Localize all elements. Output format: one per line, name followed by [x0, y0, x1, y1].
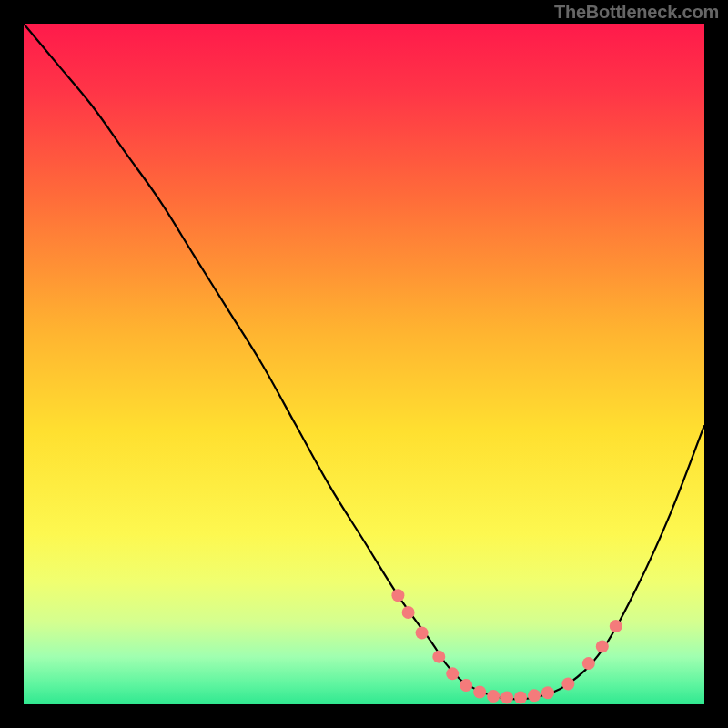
marker-point: [561, 678, 574, 691]
marker-point: [432, 651, 445, 663]
marker-point: [500, 692, 513, 704]
watermark-text: TheBottleneck.com: [554, 2, 719, 23]
marker-point: [446, 667, 459, 680]
chart-svg: [24, 24, 704, 704]
marker-point: [541, 686, 554, 699]
marker-point: [473, 686, 486, 699]
marker-point: [582, 657, 595, 670]
chart-container: TheBottleneck.com: [0, 0, 728, 728]
marker-point: [610, 620, 622, 632]
gradient-background: [24, 24, 704, 704]
marker-point: [391, 589, 404, 602]
marker-point: [416, 626, 429, 639]
marker-point: [487, 690, 500, 703]
marker-point: [596, 640, 609, 652]
marker-point: [460, 679, 472, 692]
marker-point: [402, 606, 415, 619]
marker-point: [528, 689, 541, 702]
marker-point: [514, 692, 527, 704]
plot-area: [24, 24, 704, 704]
